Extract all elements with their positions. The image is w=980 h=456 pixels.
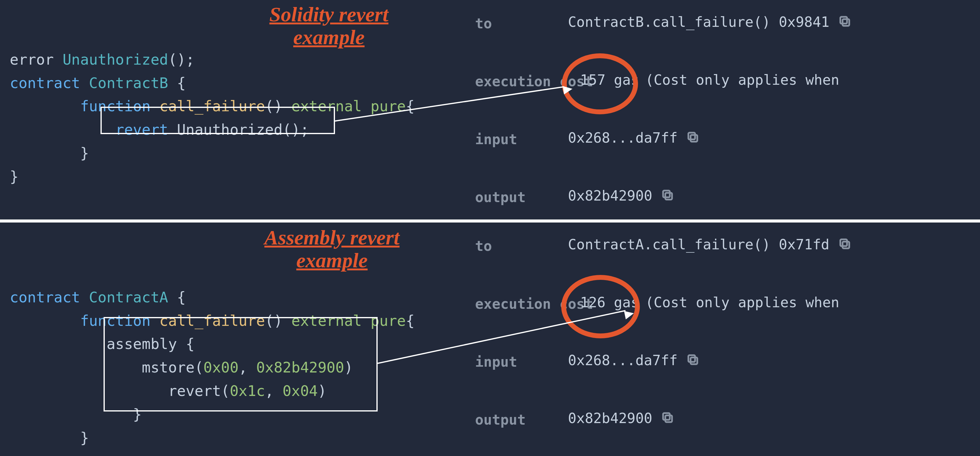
svg-rect-9 xyxy=(688,355,695,362)
gas-circle-top xyxy=(562,53,638,114)
svg-rect-7 xyxy=(840,239,847,246)
tok-name: ContractA xyxy=(89,289,177,306)
svg-rect-11 xyxy=(663,413,670,420)
gas-circle-bottom xyxy=(561,275,640,338)
label-output: output xyxy=(475,411,526,428)
svg-rect-1 xyxy=(840,17,847,24)
label-input: input xyxy=(475,131,517,148)
bottom-pane: Assembly revert example contract Contrac… xyxy=(0,223,980,456)
label-output: output xyxy=(475,189,526,206)
tok-brace: { xyxy=(177,74,186,91)
tok-name: ContractB xyxy=(89,74,177,91)
value-to: ContractA.call_failure() 0x71fd xyxy=(568,236,830,253)
title-line1: Assembly revert xyxy=(264,226,399,249)
label-to: to xyxy=(475,15,492,32)
highlight-box-bottom xyxy=(103,317,378,411)
value-output: 0x82b42900 xyxy=(568,187,652,204)
svg-rect-4 xyxy=(665,193,672,200)
label-input: input xyxy=(475,354,517,370)
copy-icon[interactable] xyxy=(838,237,851,252)
svg-rect-3 xyxy=(688,132,695,139)
svg-rect-8 xyxy=(691,357,697,364)
copy-icon[interactable] xyxy=(686,131,700,145)
value-exec-note: (Cost only applies when xyxy=(645,294,839,311)
divider xyxy=(0,220,980,223)
svg-rect-6 xyxy=(842,242,849,249)
tok-contract: contract xyxy=(10,289,89,306)
tok-brace: } xyxy=(80,429,89,446)
label-to: to xyxy=(475,238,492,254)
svg-rect-10 xyxy=(665,415,672,422)
top-pane: Solidity revert example error Unauthoriz… xyxy=(0,0,980,220)
tok-brace: { xyxy=(406,312,414,329)
copy-icon[interactable] xyxy=(686,353,700,368)
tok-brace: { xyxy=(406,97,414,115)
highlight-box-top xyxy=(100,107,335,134)
tok-punc: (); xyxy=(168,51,195,68)
svg-rect-0 xyxy=(842,19,849,26)
title-line1: Solidity revert xyxy=(269,3,388,26)
tok-contract: contract xyxy=(10,74,89,91)
value-input: 0x268...da7ff xyxy=(568,352,678,368)
copy-icon[interactable] xyxy=(661,411,674,426)
value-exec-note: (Cost only applies when xyxy=(645,72,839,88)
copy-icon[interactable] xyxy=(838,14,851,29)
tok-error: error xyxy=(10,51,62,68)
tok-type: Unauthorized xyxy=(62,51,168,68)
value-input: 0x268...da7ff xyxy=(568,129,678,146)
tok-brace: } xyxy=(80,145,89,161)
tok-brace: { xyxy=(177,289,186,306)
arrow-head-top xyxy=(563,85,573,94)
value-to: ContractB.call_failure() 0x9841 xyxy=(568,14,830,30)
svg-rect-2 xyxy=(691,135,697,142)
tok-brace: } xyxy=(10,168,19,185)
copy-icon[interactable] xyxy=(661,188,674,203)
svg-rect-5 xyxy=(663,191,670,197)
value-output: 0x82b42900 xyxy=(568,410,652,426)
code-top: error Unauthorized(); contract ContractB… xyxy=(10,24,414,188)
